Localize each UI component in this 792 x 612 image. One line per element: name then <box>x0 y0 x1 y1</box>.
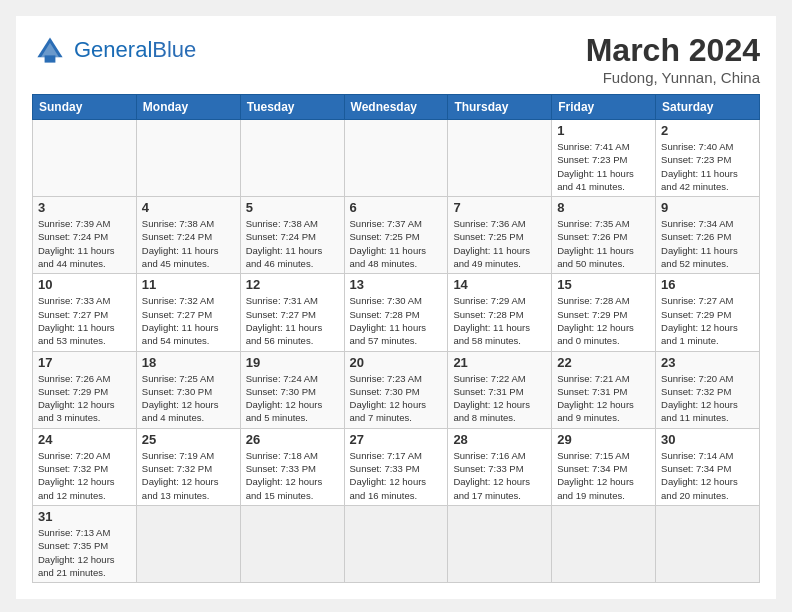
day-info: Sunrise: 7:20 AM Sunset: 7:32 PM Dayligh… <box>661 372 754 425</box>
day-number: 30 <box>661 432 754 447</box>
day-info: Sunrise: 7:40 AM Sunset: 7:23 PM Dayligh… <box>661 140 754 193</box>
calendar-cell <box>33 120 137 197</box>
day-info: Sunrise: 7:26 AM Sunset: 7:29 PM Dayligh… <box>38 372 131 425</box>
calendar-cell: 28Sunrise: 7:16 AM Sunset: 7:33 PM Dayli… <box>448 428 552 505</box>
day-number: 12 <box>246 277 339 292</box>
logo-general: General <box>74 37 152 62</box>
day-number: 21 <box>453 355 546 370</box>
calendar-cell: 5Sunrise: 7:38 AM Sunset: 7:24 PM Daylig… <box>240 197 344 274</box>
calendar-week-3: 10Sunrise: 7:33 AM Sunset: 7:27 PM Dayli… <box>33 274 760 351</box>
day-number: 14 <box>453 277 546 292</box>
weekday-header-friday: Friday <box>552 95 656 120</box>
day-number: 15 <box>557 277 650 292</box>
calendar-cell <box>552 505 656 582</box>
day-info: Sunrise: 7:20 AM Sunset: 7:32 PM Dayligh… <box>38 449 131 502</box>
calendar-cell: 7Sunrise: 7:36 AM Sunset: 7:25 PM Daylig… <box>448 197 552 274</box>
day-info: Sunrise: 7:33 AM Sunset: 7:27 PM Dayligh… <box>38 294 131 347</box>
calendar-cell <box>344 505 448 582</box>
title-block: March 2024 Fudong, Yunnan, China <box>586 32 760 86</box>
calendar-cell: 3Sunrise: 7:39 AM Sunset: 7:24 PM Daylig… <box>33 197 137 274</box>
calendar-cell: 19Sunrise: 7:24 AM Sunset: 7:30 PM Dayli… <box>240 351 344 428</box>
day-info: Sunrise: 7:34 AM Sunset: 7:26 PM Dayligh… <box>661 217 754 270</box>
day-info: Sunrise: 7:28 AM Sunset: 7:29 PM Dayligh… <box>557 294 650 347</box>
logo-icon <box>32 32 68 68</box>
day-info: Sunrise: 7:25 AM Sunset: 7:30 PM Dayligh… <box>142 372 235 425</box>
day-info: Sunrise: 7:41 AM Sunset: 7:23 PM Dayligh… <box>557 140 650 193</box>
day-info: Sunrise: 7:39 AM Sunset: 7:24 PM Dayligh… <box>38 217 131 270</box>
calendar-week-4: 17Sunrise: 7:26 AM Sunset: 7:29 PM Dayli… <box>33 351 760 428</box>
day-info: Sunrise: 7:13 AM Sunset: 7:35 PM Dayligh… <box>38 526 131 579</box>
calendar-cell: 8Sunrise: 7:35 AM Sunset: 7:26 PM Daylig… <box>552 197 656 274</box>
day-number: 25 <box>142 432 235 447</box>
calendar-cell: 9Sunrise: 7:34 AM Sunset: 7:26 PM Daylig… <box>656 197 760 274</box>
calendar-cell: 21Sunrise: 7:22 AM Sunset: 7:31 PM Dayli… <box>448 351 552 428</box>
day-number: 16 <box>661 277 754 292</box>
day-number: 20 <box>350 355 443 370</box>
day-info: Sunrise: 7:37 AM Sunset: 7:25 PM Dayligh… <box>350 217 443 270</box>
day-number: 28 <box>453 432 546 447</box>
month-year: March 2024 <box>586 32 760 69</box>
day-info: Sunrise: 7:31 AM Sunset: 7:27 PM Dayligh… <box>246 294 339 347</box>
weekday-header-saturday: Saturday <box>656 95 760 120</box>
calendar-cell <box>136 120 240 197</box>
svg-rect-2 <box>45 55 56 62</box>
day-number: 13 <box>350 277 443 292</box>
calendar-body: 1Sunrise: 7:41 AM Sunset: 7:23 PM Daylig… <box>33 120 760 583</box>
day-info: Sunrise: 7:18 AM Sunset: 7:33 PM Dayligh… <box>246 449 339 502</box>
calendar-cell: 13Sunrise: 7:30 AM Sunset: 7:28 PM Dayli… <box>344 274 448 351</box>
calendar-cell: 24Sunrise: 7:20 AM Sunset: 7:32 PM Dayli… <box>33 428 137 505</box>
day-info: Sunrise: 7:23 AM Sunset: 7:30 PM Dayligh… <box>350 372 443 425</box>
calendar-table: SundayMondayTuesdayWednesdayThursdayFrid… <box>32 94 760 583</box>
header: GeneralBlue March 2024 Fudong, Yunnan, C… <box>32 32 760 86</box>
day-info: Sunrise: 7:21 AM Sunset: 7:31 PM Dayligh… <box>557 372 650 425</box>
calendar-page: GeneralBlue March 2024 Fudong, Yunnan, C… <box>16 16 776 599</box>
calendar-cell: 20Sunrise: 7:23 AM Sunset: 7:30 PM Dayli… <box>344 351 448 428</box>
day-info: Sunrise: 7:38 AM Sunset: 7:24 PM Dayligh… <box>246 217 339 270</box>
weekday-header-sunday: Sunday <box>33 95 137 120</box>
calendar-cell: 6Sunrise: 7:37 AM Sunset: 7:25 PM Daylig… <box>344 197 448 274</box>
day-info: Sunrise: 7:14 AM Sunset: 7:34 PM Dayligh… <box>661 449 754 502</box>
calendar-cell: 4Sunrise: 7:38 AM Sunset: 7:24 PM Daylig… <box>136 197 240 274</box>
day-number: 19 <box>246 355 339 370</box>
calendar-cell: 26Sunrise: 7:18 AM Sunset: 7:33 PM Dayli… <box>240 428 344 505</box>
day-number: 26 <box>246 432 339 447</box>
calendar-cell: 12Sunrise: 7:31 AM Sunset: 7:27 PM Dayli… <box>240 274 344 351</box>
day-number: 8 <box>557 200 650 215</box>
day-number: 6 <box>350 200 443 215</box>
day-info: Sunrise: 7:36 AM Sunset: 7:25 PM Dayligh… <box>453 217 546 270</box>
weekday-header-tuesday: Tuesday <box>240 95 344 120</box>
day-number: 18 <box>142 355 235 370</box>
day-info: Sunrise: 7:35 AM Sunset: 7:26 PM Dayligh… <box>557 217 650 270</box>
day-info: Sunrise: 7:24 AM Sunset: 7:30 PM Dayligh… <box>246 372 339 425</box>
calendar-week-5: 24Sunrise: 7:20 AM Sunset: 7:32 PM Dayli… <box>33 428 760 505</box>
calendar-cell <box>136 505 240 582</box>
calendar-week-6: 31Sunrise: 7:13 AM Sunset: 7:35 PM Dayli… <box>33 505 760 582</box>
logo: GeneralBlue <box>32 32 196 68</box>
day-number: 24 <box>38 432 131 447</box>
day-number: 4 <box>142 200 235 215</box>
calendar-cell <box>240 120 344 197</box>
calendar-week-2: 3Sunrise: 7:39 AM Sunset: 7:24 PM Daylig… <box>33 197 760 274</box>
calendar-cell: 17Sunrise: 7:26 AM Sunset: 7:29 PM Dayli… <box>33 351 137 428</box>
day-number: 9 <box>661 200 754 215</box>
calendar-cell <box>448 120 552 197</box>
day-number: 17 <box>38 355 131 370</box>
day-info: Sunrise: 7:22 AM Sunset: 7:31 PM Dayligh… <box>453 372 546 425</box>
day-number: 27 <box>350 432 443 447</box>
day-number: 10 <box>38 277 131 292</box>
day-info: Sunrise: 7:38 AM Sunset: 7:24 PM Dayligh… <box>142 217 235 270</box>
logo-blue: Blue <box>152 37 196 62</box>
weekday-header-wednesday: Wednesday <box>344 95 448 120</box>
day-info: Sunrise: 7:27 AM Sunset: 7:29 PM Dayligh… <box>661 294 754 347</box>
calendar-cell: 18Sunrise: 7:25 AM Sunset: 7:30 PM Dayli… <box>136 351 240 428</box>
day-number: 22 <box>557 355 650 370</box>
calendar-cell: 29Sunrise: 7:15 AM Sunset: 7:34 PM Dayli… <box>552 428 656 505</box>
calendar-cell: 31Sunrise: 7:13 AM Sunset: 7:35 PM Dayli… <box>33 505 137 582</box>
day-number: 3 <box>38 200 131 215</box>
calendar-cell <box>448 505 552 582</box>
day-info: Sunrise: 7:29 AM Sunset: 7:28 PM Dayligh… <box>453 294 546 347</box>
day-number: 5 <box>246 200 339 215</box>
day-info: Sunrise: 7:16 AM Sunset: 7:33 PM Dayligh… <box>453 449 546 502</box>
calendar-cell: 30Sunrise: 7:14 AM Sunset: 7:34 PM Dayli… <box>656 428 760 505</box>
calendar-cell: 23Sunrise: 7:20 AM Sunset: 7:32 PM Dayli… <box>656 351 760 428</box>
